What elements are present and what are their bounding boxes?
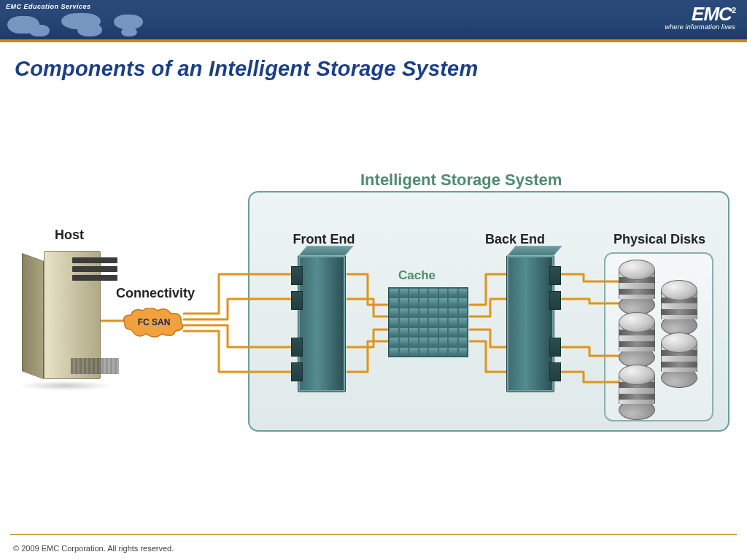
disk-stack-icon xyxy=(619,365,655,416)
emc-logo: EMC2 xyxy=(665,4,735,23)
footer-divider xyxy=(10,534,737,535)
header-banner: EMC Education Services EMC2 where inform… xyxy=(0,0,747,42)
world-map-icon xyxy=(4,10,150,39)
disk-stack-icon xyxy=(661,280,697,331)
front-end-module-icon xyxy=(298,255,346,392)
disk-stack-icon xyxy=(661,332,697,384)
san-cloud-label: FC SAN xyxy=(123,317,185,327)
san-cloud-icon: FC SAN xyxy=(123,308,185,338)
brand-left-label: EMC Education Services xyxy=(6,3,91,10)
disk-stack-icon xyxy=(619,260,655,311)
emc-logo-exponent: 2 xyxy=(732,6,735,15)
emc-logo-text: EMC xyxy=(692,3,732,25)
back-end-module-icon xyxy=(506,255,554,392)
slide-stage: Components of an Intelligent Storage Sys… xyxy=(0,42,747,531)
host-computer-icon xyxy=(22,251,95,397)
footer-copyright: © 2009 EMC Corporation. All rights reser… xyxy=(13,544,174,553)
cache-icon xyxy=(388,287,468,357)
brand-right: EMC2 where information lives xyxy=(665,4,735,31)
disk-stack-icon xyxy=(619,312,655,363)
